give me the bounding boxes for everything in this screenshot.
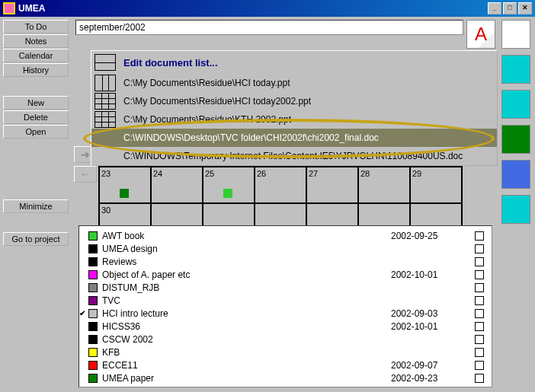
task-date: 2002-10-01	[391, 321, 460, 332]
right-tool-icon[interactable]	[501, 125, 530, 154]
calendar-cell[interactable]: 28	[358, 167, 410, 203]
task-checkbox[interactable]	[475, 270, 484, 279]
task-name: HICSS36	[102, 321, 391, 332]
task-row[interactable]: HICSS362002-10-01	[88, 320, 492, 333]
task-row[interactable]: TVC	[88, 294, 492, 307]
title-bar: UMEA	[0, 0, 535, 17]
sidebar-delete-button[interactable]: Delete	[3, 110, 69, 124]
task-name: KFB	[102, 347, 391, 358]
grid-view-icon	[95, 75, 116, 91]
task-name: AWT book	[102, 231, 391, 241]
task-row[interactable]: DISTUM_RJB	[88, 281, 492, 294]
sidebar-minimize-button[interactable]: Minimize	[3, 199, 69, 213]
task-checkbox[interactable]	[475, 296, 484, 305]
sidebar-open-button[interactable]: Open	[3, 125, 69, 139]
calendar-cell[interactable]: 24	[151, 167, 203, 203]
doclist-item[interactable]: C:\WINDOWS\Temporary Internet Files\Cont…	[91, 147, 497, 165]
task-color-swatch	[88, 348, 98, 357]
sidebar-calendar-button[interactable]: Calendar	[3, 49, 69, 62]
doclist-item-path: C:\My Documents\Residue\HCI today2002.pp…	[123, 96, 311, 107]
task-row[interactable]: ✔HCI intro lecture2002-09-03	[88, 307, 492, 320]
task-row[interactable]: AWT book2002-09-25	[88, 229, 492, 242]
sidebar-to-do-button[interactable]: To Do	[3, 20, 69, 33]
path-input[interactable]	[75, 20, 463, 35]
doclist-item-path: C:\My Documents\Residue\HCI today.ppt	[123, 78, 290, 88]
task-check-icon: ✔	[79, 309, 88, 317]
sidebar-history-button[interactable]: History	[3, 63, 69, 77]
right-toolbar	[498, 17, 535, 392]
doclist-item-path: C:\WINDOWS\Temporary Internet Files\Cont…	[123, 151, 463, 161]
task-name: UMEA design	[102, 244, 391, 254]
doclist-item[interactable]: C:\My Documents\Residue\HCI today.ppt	[91, 74, 497, 92]
doclist-item-path: C:\WINDOWS\Desktop\TVC folder\CHI2002f\c…	[123, 132, 379, 143]
task-checkbox[interactable]	[475, 374, 484, 383]
task-color-swatch	[88, 283, 98, 292]
doclist-item-path: C:\My Documents\Residue\KTH 2002.ppt	[123, 114, 291, 125]
task-color-swatch	[88, 244, 98, 253]
task-color-swatch	[88, 322, 98, 331]
right-tool-icon[interactable]	[501, 20, 530, 49]
doclist-header-label[interactable]: Edit document list...	[123, 57, 218, 69]
task-name: HCI intro lecture	[102, 308, 391, 319]
window-title: UMEA	[18, 3, 486, 14]
task-color-swatch	[88, 374, 98, 383]
task-checkbox[interactable]	[475, 244, 484, 253]
task-checkbox[interactable]	[475, 231, 484, 241]
sidebar-new-button[interactable]: New	[3, 96, 69, 110]
view-rows-icon[interactable]	[95, 54, 116, 71]
task-date: 2002-09-25	[391, 231, 460, 241]
calendar-cell[interactable]: 23	[99, 167, 151, 203]
task-row[interactable]: Object of A. paper etc2002-10-01	[88, 268, 492, 281]
maximize-button[interactable]	[503, 2, 517, 14]
task-name: Object of A. paper etc	[102, 269, 391, 280]
calendar-cell[interactable]: 27	[306, 167, 358, 203]
task-color-swatch	[88, 257, 98, 266]
task-checkbox[interactable]	[475, 335, 484, 344]
task-checkbox[interactable]	[475, 283, 484, 292]
calendar-cell[interactable]: 29	[410, 167, 462, 203]
task-checkbox[interactable]	[475, 257, 484, 266]
minimize-button[interactable]	[488, 2, 501, 14]
task-date: 2002-09-03	[391, 308, 460, 319]
task-checkbox[interactable]	[475, 309, 484, 318]
right-tool-icon[interactable]	[501, 55, 530, 84]
sidebar-notes-button[interactable]: Notes	[3, 34, 69, 48]
doc-type-icon[interactable]: A	[466, 20, 495, 49]
task-checkbox[interactable]	[475, 322, 484, 331]
calendar-cell[interactable]: 26	[255, 167, 306, 203]
doclist-item[interactable]: C:\My Documents\Residue\KTH 2002.ppt	[91, 110, 497, 129]
right-tool-icon[interactable]	[501, 195, 530, 224]
task-checkbox[interactable]	[475, 348, 484, 357]
task-name: CSCW 2002	[102, 334, 391, 345]
task-color-swatch	[88, 296, 98, 305]
task-row[interactable]: UMEA design	[88, 242, 492, 255]
calendar-marker	[120, 189, 129, 198]
task-date: 2002-09-07	[391, 360, 460, 371]
task-date: 2002-09-23	[391, 373, 460, 384]
right-tool-icon[interactable]	[501, 90, 530, 119]
nav-back-icon[interactable]: ←	[74, 166, 97, 183]
task-row[interactable]: UMEA paper2002-09-23	[88, 371, 492, 384]
task-row[interactable]: CSCW 2002	[88, 333, 492, 346]
right-tool-icon[interactable]	[501, 160, 530, 189]
task-row[interactable]: KFB	[88, 346, 492, 359]
close-button[interactable]	[518, 2, 532, 14]
task-list: AWT book2002-09-25UMEA designReviewsObje…	[78, 225, 492, 387]
task-name: Reviews	[102, 257, 391, 267]
task-color-swatch	[88, 270, 98, 279]
calendar-cell[interactable]: 25	[203, 167, 255, 203]
task-color-swatch	[88, 231, 98, 241]
grid-view-icon	[95, 93, 116, 110]
sidebar: To DoNotesCalendarHistory NewDeleteOpen …	[0, 17, 72, 392]
task-name: TVC	[102, 295, 391, 306]
doclist-item[interactable]: C:\My Documents\Residue\HCI today2002.pp…	[91, 92, 497, 110]
doclist-item[interactable]: C:\WINDOWS\Desktop\TVC folder\CHI2002f\c…	[91, 129, 497, 147]
task-color-swatch	[88, 361, 98, 370]
main-area: A Edit document list... C:\My Documents\…	[72, 17, 498, 392]
task-row[interactable]: Reviews	[88, 255, 492, 268]
grid-view-icon	[95, 111, 116, 128]
task-name: DISTUM_RJB	[102, 282, 391, 293]
task-row[interactable]: ECCE112002-09-07	[88, 359, 492, 371]
task-checkbox[interactable]	[475, 361, 484, 370]
sidebar-go-to-project-button[interactable]: Go to project	[3, 232, 69, 246]
